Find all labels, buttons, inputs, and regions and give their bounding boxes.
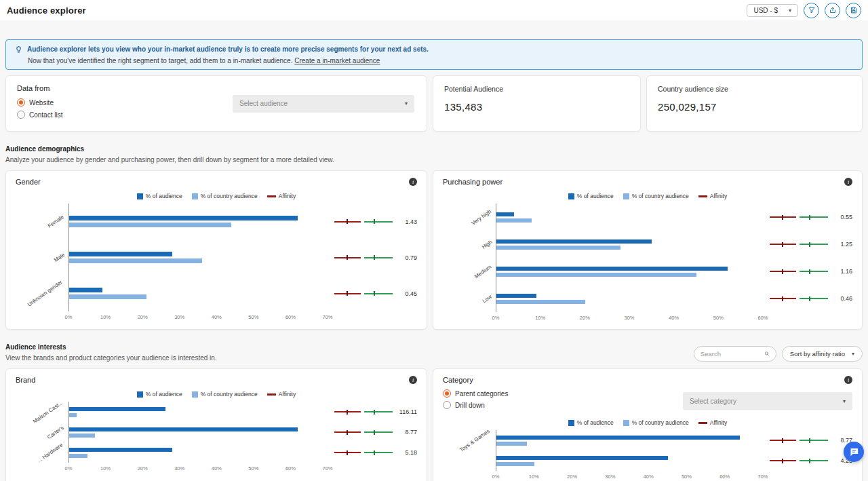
top-bar: Audience explorer USD - $ ▾: [0, 0, 868, 20]
demographics-subtitle: Analyze your audience by gender and purc…: [5, 156, 334, 163]
category-label: Female: [16, 204, 68, 239]
affinity-value: 8.77: [405, 429, 417, 436]
select-audience-dropdown[interactable]: Select audience ▾: [233, 95, 414, 113]
chat-button[interactable]: [844, 442, 864, 462]
affinity-indicator: [334, 450, 393, 456]
filter-button[interactable]: [804, 3, 819, 18]
banner-line2: Now that you've identified the right seg…: [28, 57, 292, 64]
radio-website-dot: [17, 98, 25, 107]
interests-controls: Sort by affinity ratio ▾: [694, 346, 863, 362]
x-axis: 0%10%20%30%40%50%60%70%: [496, 471, 763, 481]
audience-legend-swatch: [137, 391, 143, 398]
audience-bar: [69, 407, 165, 411]
demographics-charts-row: Gender i % of audience % of country audi…: [5, 170, 863, 330]
potential-audience-value: 135,483: [444, 101, 629, 113]
affinity-cell: 116.11: [328, 402, 417, 422]
affinity-value: 1.43: [405, 218, 417, 225]
chart-row: Unknown gender0.45: [16, 275, 417, 311]
country-audience-bar: [496, 218, 532, 223]
radio-contact-list-dot: [17, 111, 25, 119]
legend-country-label: % of country audience: [632, 193, 689, 199]
legend-affinity-label: Affinity: [279, 391, 296, 398]
currency-selector[interactable]: USD - $ ▾: [747, 4, 798, 17]
brand-card-title: Brand: [16, 376, 35, 384]
radio-website[interactable]: Website: [17, 98, 62, 107]
audience-legend-swatch: [568, 193, 574, 199]
country-audience-bar: [69, 294, 146, 299]
interests-subtitle: View the brands and product categories y…: [5, 354, 217, 362]
page-title: Audience explorer: [7, 5, 86, 16]
demographics-title: Audience demographics: [5, 145, 334, 153]
demographics-section-header: Audience demographics Analyze your audie…: [5, 145, 863, 163]
bar-group: [68, 402, 328, 422]
chart-row: Toys & Games8.77: [443, 430, 852, 450]
data-from-card: Data from Website Contact list Select au…: [5, 75, 427, 132]
affinity-value: 0.79: [405, 254, 417, 261]
affinity-indicator: [334, 218, 393, 225]
affinity-cell: 0.45: [328, 275, 417, 311]
chart-legend: % of audience % of country audience Affi…: [16, 391, 417, 398]
affinity-indicator: [334, 429, 393, 436]
sort-label: Sort by affinity ratio: [790, 350, 845, 358]
affinity-indicator: [770, 269, 828, 275]
bar-group: [496, 285, 763, 312]
country-audience-bar: [69, 454, 87, 458]
chevron-down-icon: ▾: [405, 100, 408, 107]
affinity-indicator: [770, 242, 828, 248]
affinity-legend-swatch: [698, 422, 707, 424]
export-button[interactable]: [825, 3, 840, 18]
info-icon[interactable]: i: [844, 178, 852, 186]
category-label: Carter's: [16, 422, 68, 442]
bar-group: [68, 442, 328, 463]
audience-bar: [496, 267, 728, 271]
category-label: Medium: [443, 258, 496, 285]
category-label: Maison Cast...: [16, 402, 68, 422]
category-chart: Toys & Games8.774.250%10%20%30%40%50%60%…: [443, 430, 852, 481]
legend-country-label: % of country audience: [201, 193, 258, 199]
brand-chart: Maison Cast...116.11Carter's8.77... Hard…: [16, 402, 417, 473]
info-icon[interactable]: i: [409, 178, 417, 186]
audience-bar: [69, 448, 172, 452]
category-label: Toys & Games: [443, 430, 496, 450]
audience-legend-swatch: [137, 193, 143, 199]
banner-subline: Now that you've identified the right seg…: [14, 57, 854, 64]
radio-website-label: Website: [29, 99, 54, 107]
category-label: High: [443, 231, 496, 258]
brand-card: Brand i % of audience % of country audie…: [5, 368, 427, 481]
create-in-market-audience-link[interactable]: Create a in-market audience: [294, 57, 380, 64]
category-label: [443, 450, 496, 471]
country-audience-bar: [69, 434, 95, 438]
radio-contact-list[interactable]: Contact list: [17, 111, 62, 119]
country-audience-bar: [69, 258, 202, 263]
affinity-cell: 8.77: [763, 430, 852, 450]
radio-drill-down[interactable]: Drill down: [443, 401, 508, 409]
sort-dropdown[interactable]: Sort by affinity ratio ▾: [782, 346, 863, 362]
x-axis: 0%10%20%30%40%50%60%70%: [68, 311, 328, 322]
info-icon[interactable]: i: [409, 376, 417, 384]
country-audience-card: Country audience size 250,029,157: [646, 75, 863, 132]
search-icon: [764, 350, 770, 358]
affinity-indicator: [770, 438, 828, 444]
category-label: Low: [443, 285, 496, 312]
affinity-value: 0.46: [840, 295, 852, 302]
chart-row: Medium1.16: [443, 258, 852, 285]
chart-row: High1.25: [443, 231, 852, 258]
select-category-dropdown[interactable]: Select category ▾: [683, 392, 852, 410]
info-icon[interactable]: i: [844, 376, 852, 384]
affinity-cell: 0.46: [763, 285, 852, 312]
save-button[interactable]: [846, 3, 861, 18]
chart-row: Very high0.55: [443, 204, 852, 231]
search-input[interactable]: [701, 350, 762, 358]
legend-audience-label: % of audience: [146, 391, 182, 398]
country-audience-bar: [496, 442, 527, 446]
affinity-indicator: [334, 409, 393, 415]
affinity-indicator: [770, 214, 828, 220]
chat-icon: [849, 447, 859, 457]
affinity-indicator: [334, 290, 393, 296]
affinity-value: 0.55: [840, 214, 852, 220]
affinity-cell: 1.16: [763, 258, 852, 285]
affinity-legend-swatch: [698, 195, 707, 197]
country-legend-swatch: [192, 193, 198, 199]
affinity-cell: 5.18: [328, 442, 417, 463]
radio-parent-categories[interactable]: Parent categories: [443, 389, 508, 398]
